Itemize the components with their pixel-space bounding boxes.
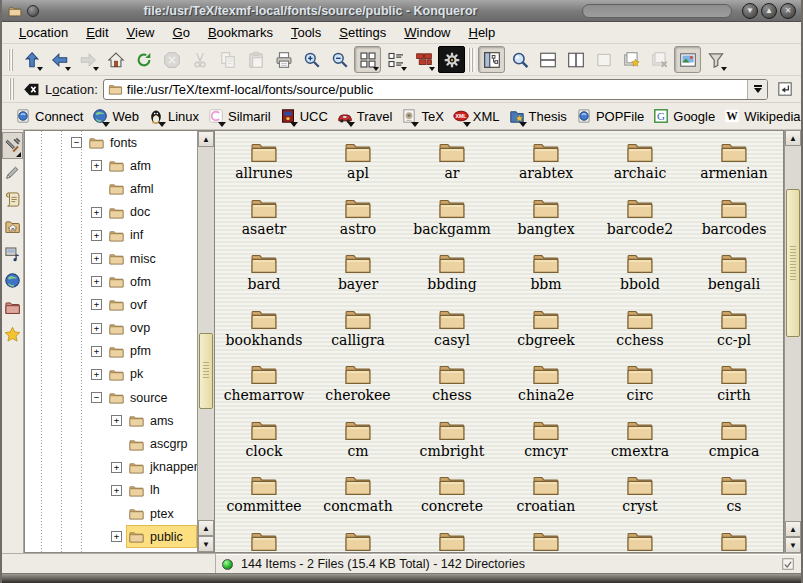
folder-cc-pl[interactable]: cc-pl [687, 301, 781, 357]
tree-item-cell[interactable]: ams [126, 409, 197, 432]
tree-item-cell[interactable]: pfm [106, 340, 197, 363]
folder-china2e[interactable]: china2e [499, 356, 593, 412]
split-vertical-button[interactable] [562, 46, 589, 73]
folder-cherokee[interactable]: cherokee [311, 356, 405, 412]
folder-committee[interactable]: committee [217, 467, 311, 523]
tree-item-fonts[interactable]: −fonts [25, 131, 197, 154]
tree-item-cell[interactable]: misc [106, 247, 197, 270]
scroll-up-arrow[interactable]: ▲ [785, 521, 801, 537]
filter-button[interactable] [702, 46, 729, 73]
tree-item-cell[interactable]: ovf [106, 293, 197, 316]
tree-item-misc[interactable]: +misc [25, 247, 197, 270]
bookmark-silmaril[interactable]: Silmaril [205, 106, 276, 126]
tree-item-cell[interactable]: afm [106, 154, 197, 177]
tree-item-jknappen[interactable]: +jknappen [25, 456, 197, 479]
folder-chess[interactable]: chess [405, 356, 499, 412]
folder-circ[interactable]: circ [593, 356, 687, 412]
split-horizontal-button[interactable] [534, 46, 561, 73]
menu-tools[interactable]: Tools [282, 23, 330, 42]
bookmark-google[interactable]: GGoogle [650, 106, 720, 126]
tree-item-cell[interactable]: ascgrp [126, 432, 197, 455]
folder-concrete[interactable]: concrete [405, 467, 499, 523]
thumbnails-button[interactable] [674, 46, 701, 73]
sidebar-tab-home-folder[interactable] [2, 213, 23, 240]
folder-allrunes[interactable]: allrunes [217, 134, 311, 190]
zoom-out-button[interactable] [326, 46, 353, 73]
tree-item-ofm[interactable]: +ofm [25, 270, 197, 293]
sidebar-tab-history-scroll[interactable] [2, 186, 23, 213]
tree-item-afml[interactable]: afml [25, 177, 197, 200]
bricks-view-button[interactable] [410, 46, 437, 73]
folder-archaic[interactable]: archaic [593, 134, 687, 190]
tree-item-pfm[interactable]: +pfm [25, 340, 197, 363]
folder-bookhands[interactable]: bookhands [217, 301, 311, 357]
folder-arabtex[interactable]: arabtex [499, 134, 593, 190]
expand-toggle[interactable]: + [91, 369, 102, 380]
find-button[interactable] [506, 46, 533, 73]
menu-settings[interactable]: Settings [330, 23, 395, 42]
tree-item-pk[interactable]: +pk [25, 363, 197, 386]
window-bottom-frame[interactable] [2, 573, 801, 583]
folder-cmbright[interactable]: cmbright [405, 412, 499, 468]
folder-cmextra[interactable]: cmextra [593, 412, 687, 468]
tree-item-public[interactable]: +public [25, 525, 197, 548]
folder-partial[interactable] [405, 523, 499, 554]
folder-bbm[interactable]: bbm [499, 245, 593, 301]
folder-partial[interactable] [687, 523, 781, 554]
folder-clock[interactable]: clock [217, 412, 311, 468]
up-button[interactable] [18, 46, 45, 73]
expand-toggle[interactable]: + [111, 462, 122, 473]
tree-item-cell[interactable]: inf [106, 224, 197, 247]
expand-toggle[interactable]: + [91, 253, 102, 264]
sidebar-tab-services[interactable] [2, 240, 23, 267]
expand-toggle[interactable]: + [111, 531, 122, 542]
bookmark-web[interactable]: Web [89, 106, 144, 126]
folder-partial[interactable] [499, 523, 593, 554]
reload-button[interactable] [130, 46, 157, 73]
bookmark-xml[interactable]: XMLXML [450, 106, 505, 126]
window-menu-button[interactable] [27, 5, 39, 17]
expand-toggle[interactable]: + [91, 323, 102, 334]
folder-partial[interactable] [311, 523, 405, 554]
scroll-up-arrow[interactable]: ▲ [785, 130, 801, 146]
folder-calligra[interactable]: calligra [311, 301, 405, 357]
scroll-up-arrow[interactable]: ▲ [198, 131, 214, 147]
folder-bard[interactable]: bard [217, 245, 311, 301]
sidebar-tab-pencil[interactable] [2, 159, 23, 186]
folder-cryst[interactable]: cryst [593, 467, 687, 523]
minimize-button[interactable]: ▼ [742, 3, 758, 19]
home-button[interactable] [102, 46, 129, 73]
folder-bayer[interactable]: bayer [311, 245, 405, 301]
back-button[interactable] [46, 46, 73, 73]
bookmark-popfile[interactable]: POPFile [573, 106, 649, 126]
menu-window[interactable]: Window [395, 23, 459, 42]
menu-bookmarks[interactable]: Bookmarks [199, 23, 282, 42]
expand-toggle[interactable]: + [91, 160, 102, 171]
scroll-down-arrow[interactable]: ▼ [198, 536, 214, 552]
location-dropdown-button[interactable] [747, 80, 767, 99]
maximize-button[interactable]: ▲ [761, 3, 777, 19]
bookmark-thesis[interactable]: Thesis [506, 106, 572, 126]
menu-location[interactable]: Location [10, 23, 77, 42]
expand-toggle[interactable]: + [91, 299, 102, 310]
folder-cm[interactable]: cm [311, 412, 405, 468]
tree-item-lh[interactable]: +lh [25, 479, 197, 502]
expand-toggle[interactable]: + [91, 276, 102, 287]
tree-item-inf[interactable]: +inf [25, 224, 197, 247]
folder-concmath[interactable]: concmath [311, 467, 405, 523]
bookmark-travel[interactable]: Travel [334, 106, 398, 126]
tree-item-ovf[interactable]: +ovf [25, 293, 197, 316]
tree-scrollbar[interactable]: ▲ ▲ ▼ [197, 131, 214, 552]
tree-item-afm[interactable]: +afm [25, 154, 197, 177]
folder-bangtex[interactable]: bangtex [499, 190, 593, 246]
clear-location-button[interactable] [23, 81, 40, 98]
konqueror-gear-button[interactable] [438, 46, 465, 73]
new-tab-button[interactable] [618, 46, 645, 73]
folder-cs[interactable]: cs [687, 467, 781, 523]
scroll-down-arrow[interactable]: ▼ [785, 537, 801, 553]
folder-armenian[interactable]: armenian [687, 134, 781, 190]
folder-partial[interactable] [217, 523, 311, 554]
folder-casyl[interactable]: casyl [405, 301, 499, 357]
sidebar-tab-bookmarks-star[interactable] [2, 321, 23, 348]
scrollbar-thumb[interactable] [199, 333, 213, 409]
